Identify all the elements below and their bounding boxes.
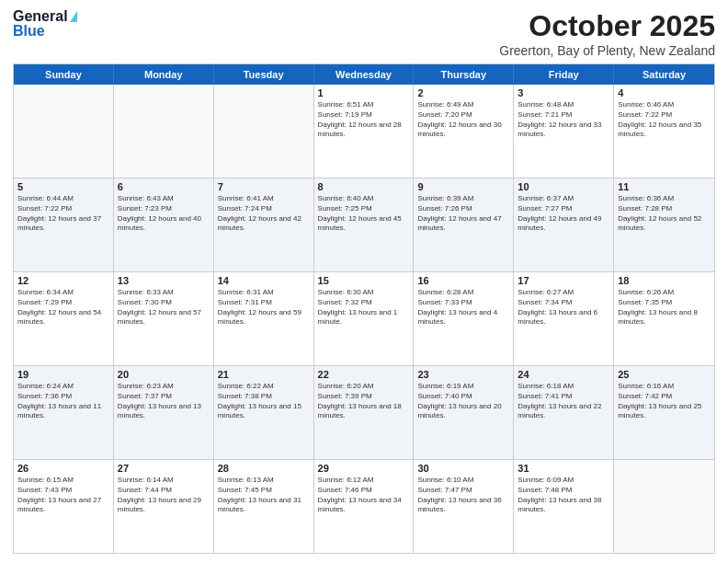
week-row-1: 1Sunrise: 6:51 AM Sunset: 7:19 PM Daylig… [14,85,714,178]
day-info: Sunrise: 6:44 AM Sunset: 7:22 PM Dayligh… [17,194,109,234]
day-info: Sunrise: 6:24 AM Sunset: 7:36 PM Dayligh… [17,382,109,421]
day-number: 4 [618,87,711,98]
day-number: 26 [17,463,109,474]
day-info: Sunrise: 6:49 AM Sunset: 7:20 PM Dayligh… [417,100,509,140]
logo-icon [70,11,77,22]
day-info: Sunrise: 6:13 AM Sunset: 7:45 PM Dayligh… [218,476,310,515]
day-info: Sunrise: 6:30 AM Sunset: 7:32 PM Dayligh… [318,288,410,327]
day-info: Sunrise: 6:18 AM Sunset: 7:41 PM Dayligh… [518,382,609,421]
week-row-5: 26Sunrise: 6:15 AM Sunset: 7:43 PM Dayli… [14,460,714,553]
day-info: Sunrise: 6:14 AM Sunset: 7:44 PM Dayligh… [118,476,210,515]
header-wednesday: Wednesday [314,64,415,85]
day-cell-3-6: 25Sunrise: 6:16 AM Sunset: 7:42 PM Dayli… [614,366,714,459]
day-cell-1-6: 11Sunrise: 6:36 AM Sunset: 7:28 PM Dayli… [614,178,714,271]
logo: General Blue [13,9,77,39]
day-number: 19 [17,369,109,380]
day-number: 31 [518,463,609,474]
day-info: Sunrise: 6:51 AM Sunset: 7:19 PM Dayligh… [318,100,410,140]
day-number: 21 [218,369,310,380]
day-cell-2-5: 17Sunrise: 6:27 AM Sunset: 7:34 PM Dayli… [514,272,614,365]
day-cell-3-0: 19Sunrise: 6:24 AM Sunset: 7:36 PM Dayli… [14,366,114,459]
day-info: Sunrise: 6:10 AM Sunset: 7:47 PM Dayligh… [417,476,509,515]
logo-general: General [13,9,68,24]
day-number: 27 [118,463,210,474]
day-cell-2-0: 12Sunrise: 6:34 AM Sunset: 7:29 PM Dayli… [14,272,114,365]
day-cell-0-6: 4Sunrise: 6:46 AM Sunset: 7:22 PM Daylig… [614,85,714,178]
day-number: 15 [318,275,410,286]
day-info: Sunrise: 6:37 AM Sunset: 7:27 PM Dayligh… [518,194,609,234]
day-info: Sunrise: 6:12 AM Sunset: 7:46 PM Dayligh… [318,476,410,515]
header: General Blue October 2025 Greerton, Bay … [13,9,715,58]
day-cell-2-3: 15Sunrise: 6:30 AM Sunset: 7:32 PM Dayli… [314,272,415,365]
day-headers: Sunday Monday Tuesday Wednesday Thursday… [14,64,714,85]
day-cell-0-0 [14,85,114,178]
day-number: 6 [118,181,210,192]
day-info: Sunrise: 6:48 AM Sunset: 7:21 PM Dayligh… [518,100,609,140]
title-area: October 2025 Greerton, Bay of Plenty, Ne… [499,9,715,58]
day-cell-3-2: 21Sunrise: 6:22 AM Sunset: 7:38 PM Dayli… [214,366,314,459]
day-cell-0-3: 1Sunrise: 6:51 AM Sunset: 7:19 PM Daylig… [314,85,415,178]
day-number: 7 [218,181,310,192]
header-monday: Monday [114,64,214,85]
day-number: 14 [218,275,310,286]
day-number: 24 [518,369,609,380]
week-row-3: 12Sunrise: 6:34 AM Sunset: 7:29 PM Dayli… [14,272,714,366]
day-info: Sunrise: 6:20 AM Sunset: 7:39 PM Dayligh… [318,382,410,421]
day-number: 1 [318,87,410,98]
day-cell-1-4: 9Sunrise: 6:39 AM Sunset: 7:26 PM Daylig… [414,178,514,271]
day-info: Sunrise: 6:46 AM Sunset: 7:22 PM Dayligh… [618,100,711,140]
day-cell-2-1: 13Sunrise: 6:33 AM Sunset: 7:30 PM Dayli… [114,272,214,365]
day-number: 13 [118,275,210,286]
day-number: 9 [417,181,509,192]
day-info: Sunrise: 6:22 AM Sunset: 7:38 PM Dayligh… [218,382,310,421]
day-number: 30 [417,463,509,474]
day-cell-4-1: 27Sunrise: 6:14 AM Sunset: 7:44 PM Dayli… [114,460,214,553]
day-info: Sunrise: 6:34 AM Sunset: 7:29 PM Dayligh… [17,288,109,327]
day-info: Sunrise: 6:26 AM Sunset: 7:35 PM Dayligh… [618,288,711,327]
day-cell-4-3: 29Sunrise: 6:12 AM Sunset: 7:46 PM Dayli… [314,460,415,553]
day-cell-1-1: 6Sunrise: 6:43 AM Sunset: 7:23 PM Daylig… [114,178,214,271]
day-cell-0-2 [214,85,314,178]
day-cell-4-0: 26Sunrise: 6:15 AM Sunset: 7:43 PM Dayli… [14,460,114,553]
day-cell-3-4: 23Sunrise: 6:19 AM Sunset: 7:40 PM Dayli… [414,366,514,459]
day-number: 8 [318,181,410,192]
day-number: 10 [518,181,609,192]
day-cell-2-6: 18Sunrise: 6:26 AM Sunset: 7:35 PM Dayli… [614,272,714,365]
logo-blue: Blue [13,24,45,39]
day-cell-1-5: 10Sunrise: 6:37 AM Sunset: 7:27 PM Dayli… [514,178,614,271]
day-cell-3-3: 22Sunrise: 6:20 AM Sunset: 7:39 PM Dayli… [314,366,415,459]
day-info: Sunrise: 6:43 AM Sunset: 7:23 PM Dayligh… [118,194,210,234]
day-info: Sunrise: 6:16 AM Sunset: 7:42 PM Dayligh… [618,382,711,421]
day-cell-2-4: 16Sunrise: 6:28 AM Sunset: 7:33 PM Dayli… [414,272,514,365]
day-number: 12 [17,275,109,286]
week-row-2: 5Sunrise: 6:44 AM Sunset: 7:22 PM Daylig… [14,178,714,272]
day-number: 29 [318,463,410,474]
day-cell-0-5: 3Sunrise: 6:48 AM Sunset: 7:21 PM Daylig… [514,85,614,178]
day-number: 28 [218,463,310,474]
location: Greerton, Bay of Plenty, New Zealand [499,43,715,58]
day-info: Sunrise: 6:40 AM Sunset: 7:25 PM Dayligh… [318,194,410,234]
day-number: 17 [518,275,609,286]
day-cell-4-4: 30Sunrise: 6:10 AM Sunset: 7:47 PM Dayli… [414,460,514,553]
day-number: 20 [118,369,210,380]
day-info: Sunrise: 6:27 AM Sunset: 7:34 PM Dayligh… [518,288,609,327]
day-number: 18 [618,275,711,286]
day-number: 3 [518,87,609,98]
header-sunday: Sunday [14,64,114,85]
header-friday: Friday [514,64,614,85]
day-cell-0-1 [114,85,214,178]
day-info: Sunrise: 6:23 AM Sunset: 7:37 PM Dayligh… [118,382,210,421]
day-cell-0-4: 2Sunrise: 6:49 AM Sunset: 7:20 PM Daylig… [414,85,514,178]
calendar-page: General Blue October 2025 Greerton, Bay … [0,0,728,563]
day-cell-1-0: 5Sunrise: 6:44 AM Sunset: 7:22 PM Daylig… [14,178,114,271]
day-cell-4-6 [614,460,714,553]
day-info: Sunrise: 6:31 AM Sunset: 7:31 PM Dayligh… [218,288,310,327]
day-number: 22 [318,369,410,380]
day-info: Sunrise: 6:28 AM Sunset: 7:33 PM Dayligh… [417,288,509,327]
header-tuesday: Tuesday [214,64,314,85]
day-number: 23 [417,369,509,380]
week-row-4: 19Sunrise: 6:24 AM Sunset: 7:36 PM Dayli… [14,366,714,460]
day-info: Sunrise: 6:15 AM Sunset: 7:43 PM Dayligh… [17,476,109,515]
day-number: 5 [17,181,109,192]
day-number: 11 [618,181,711,192]
